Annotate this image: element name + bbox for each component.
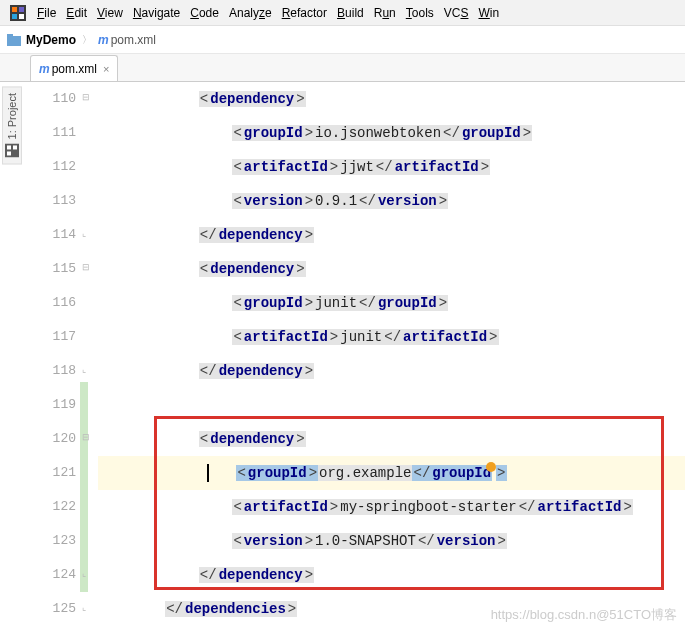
code-line[interactable]: <artifactId>my-springboot-starter</artif… <box>98 490 685 524</box>
line-number: 113 <box>24 184 76 218</box>
menu-tools[interactable]: Tools <box>401 6 439 20</box>
menu-code[interactable]: Code <box>185 6 224 20</box>
tab-pom-xml[interactable]: m pom.xml × <box>30 55 118 81</box>
code-line[interactable]: <artifactId>jjwt</artifactId> <box>98 150 685 184</box>
line-number: 121 <box>24 456 76 490</box>
line-number: 112 <box>24 150 76 184</box>
svg-rect-2 <box>19 7 24 12</box>
breadcrumb-file[interactable]: pom.xml <box>111 33 156 47</box>
code-line[interactable]: </dependency> <box>98 558 685 592</box>
line-number: 122 <box>24 490 76 524</box>
code-line[interactable]: <dependency> <box>98 82 685 116</box>
close-icon[interactable]: × <box>103 63 109 75</box>
folder-icon <box>6 32 22 48</box>
app-icon <box>10 5 26 21</box>
line-number: 116 <box>24 286 76 320</box>
code-line[interactable]: <artifactId>junit</artifactId> <box>98 320 685 354</box>
menu-view[interactable]: View <box>92 6 128 20</box>
maven-icon: m <box>39 62 50 76</box>
code-line[interactable]: </dependency> <box>98 354 685 388</box>
line-number: 123 <box>24 524 76 558</box>
code-line[interactable]: </dependency> <box>98 218 685 252</box>
svg-rect-9 <box>13 145 17 149</box>
code-line[interactable]: <groupId>io.jsonwebtoken</groupId> <box>98 116 685 150</box>
code-line[interactable]: <groupId>junit</groupId> <box>98 286 685 320</box>
change-marker <box>80 382 88 592</box>
maven-icon: m <box>98 33 109 47</box>
gutter: 110 111 112 113 114 115 116 117 118 119 … <box>24 82 80 630</box>
editor[interactable]: 110 111 112 113 114 115 116 117 118 119 … <box>0 82 685 630</box>
menu-bar: File Edit View Navigate Code Analyze Ref… <box>0 0 685 26</box>
svg-rect-8 <box>7 145 11 149</box>
fold-end-icon[interactable]: ⌞ <box>82 568 94 580</box>
menu-vcs[interactable]: VCS <box>439 6 474 20</box>
menu-analyze[interactable]: Analyze <box>224 6 277 20</box>
menu-edit[interactable]: Edit <box>61 6 92 20</box>
fold-end-icon[interactable]: ⌞ <box>82 364 94 376</box>
code-line[interactable]: <version>0.9.1</version> <box>98 184 685 218</box>
tab-bar: m pom.xml × <box>0 54 685 82</box>
line-number: 114 <box>24 218 76 252</box>
code-line-current[interactable]: <groupId>org.example</groupId> <box>98 456 685 490</box>
code-line[interactable]: <version>1.0-SNAPSHOT</version> <box>98 524 685 558</box>
menu-refactor[interactable]: Refactor <box>277 6 332 20</box>
line-number: 119 <box>24 388 76 422</box>
watermark: https://blog.csdn.n@51CTO博客 <box>491 606 677 624</box>
svg-rect-4 <box>19 14 24 19</box>
caret <box>207 464 209 482</box>
breadcrumb: MyDemo 〉 m pom.xml <box>0 26 685 54</box>
warning-icon[interactable] <box>486 462 496 472</box>
breadcrumb-project[interactable]: MyDemo <box>26 33 76 47</box>
svg-rect-3 <box>12 14 17 19</box>
side-tab-label: 1: Project <box>6 93 18 139</box>
line-number: 124 <box>24 558 76 592</box>
svg-rect-10 <box>7 151 11 155</box>
fold-toggle-icon[interactable]: ⊟ <box>82 262 94 274</box>
svg-rect-5 <box>7 36 21 46</box>
project-icon <box>5 143 19 157</box>
fold-toggle-icon[interactable]: ⊟ <box>82 92 94 104</box>
tab-label: pom.xml <box>52 62 97 76</box>
code-content[interactable]: <dependency> <groupId>io.jsonwebtoken</g… <box>98 82 685 630</box>
fold-end-icon[interactable]: ⌞ <box>82 228 94 240</box>
menu-window[interactable]: Win <box>473 6 504 20</box>
fold-column: ⊟ ⌞ ⊟ ⌞ ⊟ ⌞ ⌞ <box>80 82 98 630</box>
menu-navigate[interactable]: Navigate <box>128 6 185 20</box>
line-number: 110 <box>24 82 76 116</box>
code-line[interactable]: <dependency> <box>98 252 685 286</box>
code-line[interactable]: <dependency> <box>98 422 685 456</box>
menu-build[interactable]: Build <box>332 6 369 20</box>
menu-file[interactable]: File <box>32 6 61 20</box>
fold-toggle-icon[interactable]: ⊟ <box>82 432 94 444</box>
line-number: 111 <box>24 116 76 150</box>
fold-end-icon[interactable]: ⌞ <box>82 602 94 614</box>
menu-run[interactable]: Run <box>369 6 401 20</box>
code-line[interactable] <box>98 388 685 422</box>
line-number: 125 <box>24 592 76 626</box>
line-number: 118 <box>24 354 76 388</box>
tool-window-project[interactable]: 1: Project <box>2 86 22 164</box>
line-number: 115 <box>24 252 76 286</box>
svg-rect-6 <box>7 34 13 37</box>
chevron-right-icon: 〉 <box>82 33 92 47</box>
line-number: 120 <box>24 422 76 456</box>
line-number: 117 <box>24 320 76 354</box>
svg-rect-1 <box>12 7 17 12</box>
